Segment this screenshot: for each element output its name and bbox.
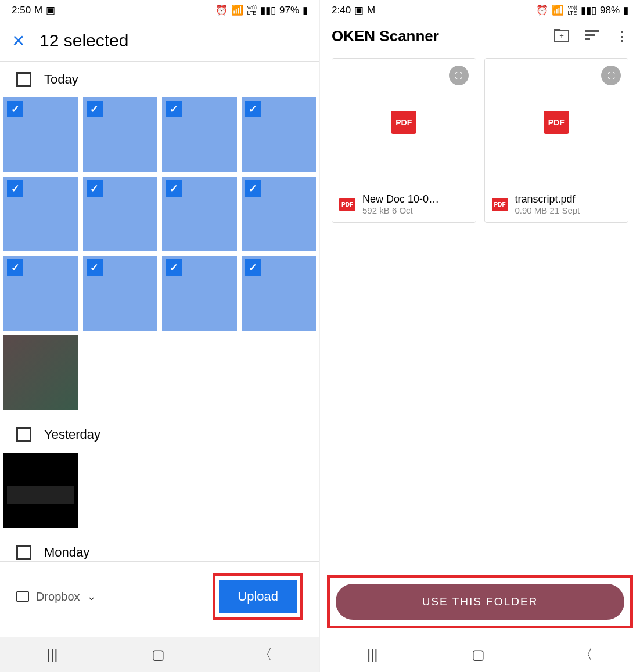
pdf-badge: PDF [391, 111, 416, 134]
document-name: New Doc 10-0… [362, 193, 469, 205]
pdf-icon: PDF [339, 198, 355, 211]
thumbnail[interactable]: ✓ [83, 177, 158, 252]
check-icon: ✓ [166, 101, 182, 117]
signal-icon: ▮▮▯ [581, 4, 596, 16]
thumbnail[interactable]: ✓ [242, 97, 317, 172]
checkbox-yesterday[interactable] [16, 427, 31, 442]
expand-icon[interactable]: ⛶ [449, 66, 469, 85]
thumbnail[interactable]: ✓ [83, 256, 158, 331]
upload-button[interactable]: Upload [219, 580, 297, 613]
lte-icon: Vo))LTE [567, 5, 577, 16]
document-name: transcript.pdf [515, 193, 621, 205]
section-today[interactable]: Today [0, 62, 319, 97]
status-time: 2:40 [332, 5, 351, 16]
check-icon: ✓ [245, 259, 261, 276]
close-icon[interactable]: ✕ [12, 31, 25, 50]
bottom-bar: Dropbox ⌄ Upload [0, 561, 319, 631]
status-bar: 2:40 ▣ M ⏰ 📶 Vo))LTE ▮▮▯ 98% ▮ [320, 0, 640, 20]
section-label: Monday [44, 545, 89, 560]
signal-icon: ▮▮▯ [260, 4, 276, 16]
thumbnail[interactable]: ✓ [3, 177, 78, 252]
lte-icon: Vo))LTE [247, 5, 257, 16]
check-icon: ✓ [166, 259, 182, 276]
battery-icon: ▮ [623, 4, 628, 16]
svg-text:+: + [559, 31, 564, 40]
home-icon[interactable]: ▢ [472, 646, 485, 663]
gmail-icon: M [367, 5, 375, 16]
nav-bar: ||| ▢ 〈 [320, 637, 640, 672]
expand-icon[interactable]: ⛶ [601, 66, 621, 85]
photos-icon: ▣ [46, 4, 55, 16]
alarm-icon: ⏰ [536, 4, 548, 16]
use-folder-highlight: USE THIS FOLDER [327, 575, 633, 628]
gmail-icon: M [34, 5, 42, 16]
document-info: PDF transcript.pdf 0.90 MB 21 Sept [485, 186, 628, 222]
pdf-icon: PDF [492, 198, 508, 211]
document-meta: 592 kB 6 Oct [362, 205, 469, 215]
check-icon: ✓ [87, 180, 103, 197]
thumbnail[interactable]: ✓ [162, 97, 237, 172]
selection-count: 12 selected [39, 31, 128, 50]
thumbnail-grid-today: ✓ ✓ ✓ ✓ ✓ ✓ ✓ ✓ ✓ ✓ ✓ ✓ [0, 97, 319, 417]
check-icon: ✓ [7, 259, 23, 276]
destination-selector[interactable]: Dropbox ⌄ [16, 590, 96, 604]
chevron-down-icon: ⌄ [87, 590, 96, 603]
thumbnail[interactable]: ✓ [162, 256, 237, 331]
svg-rect-2 [585, 30, 599, 32]
thumbnail[interactable]: ✓ [242, 256, 317, 331]
check-icon: ✓ [245, 180, 261, 197]
recent-apps-icon[interactable]: ||| [47, 646, 58, 663]
photos-icon: ▣ [354, 4, 364, 16]
new-folder-icon[interactable]: + [554, 29, 569, 44]
document-grid: ⛶ PDF PDF New Doc 10-0… 592 kB 6 Oct ⛶ P… [320, 52, 640, 229]
left-phone: 2:50 M ▣ ⏰ 📶 Vo))LTE ▮▮▯ 97% ▮ ✕ 12 sele… [0, 0, 320, 672]
thumbnail[interactable]: ✓ [242, 177, 317, 252]
wifi-icon: 📶 [231, 4, 243, 16]
section-label: Today [44, 72, 78, 87]
use-folder-button[interactable]: USE THIS FOLDER [336, 584, 624, 620]
thumbnail[interactable]: ✓ [83, 97, 158, 172]
thumbnail[interactable]: ✓ [3, 97, 78, 172]
document-preview: ⛶ PDF [332, 59, 476, 186]
nav-bar: ||| ▢ 〈 [0, 637, 319, 672]
destination-label: Dropbox [36, 590, 80, 604]
wifi-icon: 📶 [552, 4, 564, 16]
document-card[interactable]: ⛶ PDF PDF transcript.pdf 0.90 MB 21 Sept [484, 58, 629, 223]
battery-percent: 98% [600, 5, 620, 16]
back-icon[interactable]: 〈 [258, 645, 272, 664]
checkbox-today[interactable] [16, 72, 31, 87]
svg-rect-3 [585, 34, 595, 36]
battery-icon: ▮ [303, 4, 308, 16]
thumbnail[interactable] [3, 453, 78, 528]
folder-icon [16, 591, 29, 602]
back-icon[interactable]: 〈 [579, 645, 593, 664]
app-header: OKEN Scanner + ⋮ [320, 20, 640, 52]
check-icon: ✓ [245, 101, 261, 117]
upload-highlight: Upload [213, 573, 303, 620]
document-meta: 0.90 MB 21 Sept [515, 205, 621, 215]
checkbox-monday[interactable] [16, 545, 31, 560]
document-card[interactable]: ⛶ PDF PDF New Doc 10-0… 592 kB 6 Oct [332, 58, 476, 223]
home-icon[interactable]: ▢ [152, 646, 165, 663]
check-icon: ✓ [7, 180, 23, 197]
thumbnail[interactable]: ✓ [3, 256, 78, 331]
right-phone: 2:40 ▣ M ⏰ 📶 Vo))LTE ▮▮▯ 98% ▮ OKEN Scan… [320, 0, 640, 672]
recent-apps-icon[interactable]: ||| [367, 646, 378, 663]
svg-rect-4 [585, 38, 590, 40]
check-icon: ✓ [87, 259, 103, 276]
thumbnail[interactable]: ✓ [162, 177, 237, 252]
check-icon: ✓ [166, 180, 182, 197]
sort-icon[interactable] [585, 30, 599, 43]
check-icon: ✓ [7, 101, 23, 117]
document-preview: ⛶ PDF [485, 59, 628, 186]
pdf-badge: PDF [544, 111, 569, 134]
document-info: PDF New Doc 10-0… 592 kB 6 Oct [332, 186, 476, 222]
status-time: 2:50 [12, 5, 31, 16]
more-icon[interactable]: ⋮ [616, 29, 628, 44]
selection-header: ✕ 12 selected [0, 20, 319, 62]
section-yesterday[interactable]: Yesterday [0, 417, 319, 453]
section-label: Yesterday [44, 427, 100, 442]
thumbnail-grid-yesterday [0, 453, 319, 534]
battery-percent: 97% [279, 5, 299, 16]
thumbnail[interactable] [3, 335, 78, 410]
